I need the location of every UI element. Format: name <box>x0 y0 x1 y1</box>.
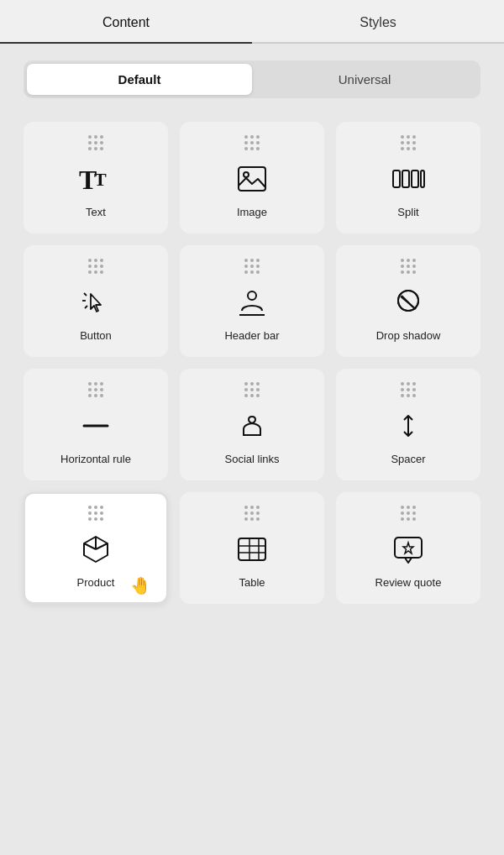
tile-label-horizontal-rule: Horizontal rule <box>60 453 131 465</box>
tile-text[interactable]: T T Text <box>24 122 168 233</box>
tile-horizontal-rule[interactable]: Horizontal rule <box>24 369 168 480</box>
tile-social-links[interactable]: Social links <box>180 369 324 480</box>
svg-line-16 <box>401 296 416 309</box>
tile-spacer[interactable]: Spacer <box>336 369 480 480</box>
tile-image[interactable]: Image <box>180 122 324 233</box>
svg-text:T: T <box>94 169 107 190</box>
tile-table[interactable]: Table <box>180 492 324 604</box>
content-area: Default Universal T T Text <box>0 44 504 627</box>
drag-handle-image <box>244 135 260 150</box>
svg-line-10 <box>85 306 87 308</box>
svg-point-11 <box>248 291 256 300</box>
split-icon <box>390 160 427 197</box>
drag-handle-product <box>88 506 103 521</box>
drag-handle-split <box>401 135 416 150</box>
tile-label-header-bar: Header bar <box>224 329 279 342</box>
review-quote-icon <box>390 531 427 568</box>
drag-handle-spacer <box>401 382 416 397</box>
svg-rect-4 <box>393 170 400 187</box>
horizontal-rule-icon <box>77 407 114 444</box>
table-icon <box>234 531 270 568</box>
tile-button[interactable]: Button <box>24 245 168 357</box>
tabs-bar: Content Styles <box>0 0 504 44</box>
tile-label-social-links: Social links <box>224 453 279 465</box>
svg-point-3 <box>244 172 249 177</box>
tile-split[interactable]: Split <box>336 122 480 233</box>
tile-label-split: Split <box>397 206 418 218</box>
drag-handle-button <box>88 259 103 274</box>
tile-label-image: Image <box>237 206 267 218</box>
toggle-row: Default Universal <box>24 60 480 98</box>
drag-handle-review-quote <box>401 506 416 521</box>
svg-rect-6 <box>412 170 418 187</box>
tile-header-bar[interactable]: Header bar <box>180 245 324 357</box>
drag-handle-horizontal-rule <box>88 382 103 397</box>
toggle-default[interactable]: Default <box>27 64 252 95</box>
tile-product[interactable]: Product 🤚 <box>24 492 168 604</box>
tab-content[interactable]: Content <box>0 0 252 42</box>
tile-drop-shadow[interactable]: Drop shadow <box>336 245 480 357</box>
svg-rect-5 <box>402 170 409 187</box>
drag-handle-table <box>244 506 260 521</box>
image-icon <box>234 160 270 197</box>
social-links-icon <box>234 407 270 444</box>
spacer-icon <box>390 407 427 444</box>
tile-label-text: Text <box>86 206 106 218</box>
drag-handle-text <box>88 135 103 150</box>
button-icon <box>77 284 114 321</box>
product-icon <box>77 531 114 568</box>
svg-rect-7 <box>421 170 424 187</box>
toggle-universal[interactable]: Universal <box>252 64 477 95</box>
tile-review-quote[interactable]: Review quote <box>336 492 480 604</box>
tile-label-drop-shadow: Drop shadow <box>376 329 441 342</box>
tile-label-spacer: Spacer <box>391 453 425 465</box>
text-icon: T T <box>77 160 114 197</box>
tile-label-review-quote: Review quote <box>375 576 442 589</box>
svg-line-8 <box>84 293 87 296</box>
widget-grid: T T Text Image <box>24 122 480 604</box>
svg-rect-19 <box>239 538 265 560</box>
drag-handle-header-bar <box>244 259 260 274</box>
tab-styles[interactable]: Styles <box>252 0 504 42</box>
svg-rect-2 <box>239 167 265 191</box>
drop-shadow-icon <box>390 284 427 321</box>
tile-label-product: Product <box>77 576 115 589</box>
drag-handle-drop-shadow <box>401 259 416 274</box>
cursor-pointer-icon: 🤚 <box>130 575 151 595</box>
tile-label-button: Button <box>80 329 112 342</box>
tile-label-table: Table <box>239 576 265 589</box>
drag-handle-social-links <box>244 382 260 397</box>
tab-indicator <box>0 42 252 44</box>
header-bar-icon <box>234 284 270 321</box>
